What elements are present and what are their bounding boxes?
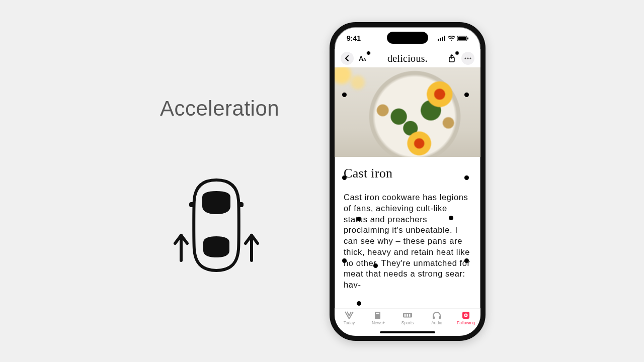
ellipsis-icon (464, 57, 471, 59)
cellular-icon (438, 36, 446, 41)
tab-label: Today (344, 320, 355, 325)
tab-label: News+ (372, 320, 385, 325)
arrow-up-icon (246, 235, 258, 260)
svg-rect-9 (458, 36, 466, 40)
svg-rect-26 (433, 316, 435, 319)
svg-rect-23 (405, 314, 406, 316)
svg-rect-21 (376, 316, 379, 316)
dynamic-island (387, 32, 428, 44)
svg-text:A: A (363, 57, 366, 62)
svg-rect-27 (439, 316, 441, 319)
svg-rect-6 (442, 37, 443, 41)
tab-sports[interactable]: Sports (395, 311, 420, 325)
status-time: 9:41 (347, 34, 361, 42)
svg-rect-3 (237, 202, 244, 207)
tab-today[interactable]: Today (337, 311, 362, 325)
wifi-icon (448, 36, 455, 41)
svg-rect-19 (376, 313, 379, 314)
article-section-title: Cast iron (344, 166, 471, 181)
tab-audio[interactable]: Audio (424, 311, 449, 325)
battery-icon (457, 36, 468, 41)
tab-newsplus[interactable]: News+ (366, 311, 391, 325)
svg-point-15 (464, 57, 466, 59)
publication-title: delicious (387, 53, 428, 64)
car-acceleration-illustration (171, 176, 262, 277)
tab-label: Sports (401, 320, 414, 325)
svg-rect-4 (438, 39, 439, 41)
share-button[interactable] (445, 52, 458, 65)
article-hero-image (335, 67, 480, 157)
svg-rect-31 (465, 315, 467, 316)
text-size-button[interactable]: A A (357, 52, 370, 65)
svg-point-17 (469, 57, 471, 59)
home-indicator (380, 331, 435, 333)
svg-rect-10 (467, 37, 468, 39)
arrow-up-icon (175, 235, 187, 260)
back-button[interactable] (341, 52, 354, 65)
audio-icon (432, 311, 442, 320)
more-button[interactable] (461, 52, 474, 65)
text-size-icon: A A (359, 54, 368, 62)
tab-following[interactable]: Following (453, 311, 478, 325)
sports-icon (403, 311, 413, 320)
iphone-mockup: 9:41 (330, 22, 486, 341)
following-icon (461, 311, 471, 320)
chevron-left-icon (345, 55, 350, 61)
article-body[interactable]: Cast iron Cast iron cookware has legions… (335, 157, 480, 311)
today-icon (344, 311, 354, 320)
svg-rect-25 (409, 314, 411, 316)
tab-label: Audio (431, 320, 442, 325)
share-icon (448, 54, 455, 62)
svg-rect-7 (444, 36, 445, 41)
svg-rect-2 (189, 202, 195, 207)
newsplus-icon (373, 311, 383, 320)
svg-rect-5 (440, 38, 441, 41)
svg-rect-20 (376, 315, 379, 315)
article-navbar: A A delicious (335, 49, 480, 67)
slide-heading: Acceleration (160, 97, 279, 121)
svg-rect-24 (407, 314, 408, 316)
article-paragraph: Cast iron cookware has legions of fans, … (344, 192, 471, 291)
svg-point-16 (467, 57, 468, 59)
tab-label: Following (457, 320, 475, 325)
car-top-icon (189, 180, 244, 270)
